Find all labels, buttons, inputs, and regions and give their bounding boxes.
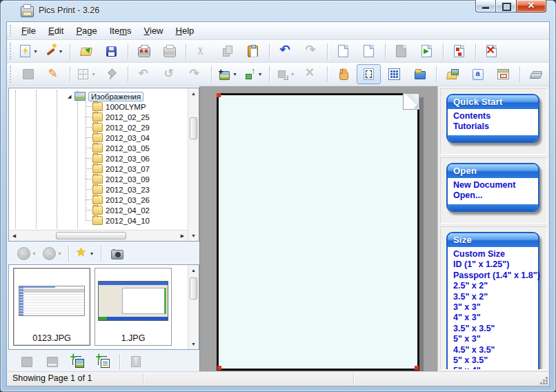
folder-open-button[interactable] [74,41,98,61]
link-custom-size[interactable]: Custom Size [453,249,533,259]
calendar-button[interactable] [491,64,515,84]
scrollbar-thumb[interactable] [56,232,126,239]
edit-toolbar: ▾▾▾▾ [7,63,549,86]
menu-page[interactable]: Page [70,23,103,38]
link-4-5-x-3-5[interactable]: 4.5" x 3.5" [453,345,533,355]
paste-button[interactable] [241,41,265,61]
page-new-button[interactable] [331,41,355,61]
expand-arrow-icon[interactable]: ◢ [68,94,75,99]
resize-grip[interactable] [546,377,548,379]
thumb-grid-icon [388,68,400,80]
link-5-x-4[interactable]: 5" x 4" [453,366,533,370]
menu-edit[interactable]: Edit [42,23,70,38]
dropdown-arrow-icon: ▾ [34,48,37,55]
gray-square-button [549,64,550,84]
link-3-x-3[interactable]: 3" x 3" [453,302,533,313]
resize-button[interactable]: ▾ [241,64,265,84]
link-3-5-x-3-5[interactable]: 3.5" x 3.5" [453,324,533,334]
dropdown-arrow-icon: ▾ [291,71,294,77]
scrollbar-thumb[interactable] [190,117,197,139]
scroll-down-icon[interactable]: ▼ [188,231,199,241]
img-position-button[interactable]: ▾ [215,64,239,84]
add-images-frame-icon [97,355,110,368]
tree-vertical-scrollbar[interactable]: ▲ ▼ [188,88,199,241]
rotate-left-icon [138,68,150,81]
page-play-button[interactable] [415,41,439,61]
scroll-left-icon[interactable]: ◀ [9,231,19,241]
folder-icon [92,206,103,215]
tree-horizontal-scrollbar[interactable]: ◀ ▶ [9,230,188,241]
shape-gray-icon [277,68,289,81]
pencil-button[interactable] [41,64,66,84]
dropdown-arrow-icon: ▾ [233,71,236,77]
star-button[interactable]: ▾ [72,244,97,264]
menu-help[interactable]: Help [170,23,201,38]
link-2-5-x-2[interactable]: 2.5" x 2" [453,281,533,291]
menu-file[interactable]: File [15,23,42,38]
rotate-right-button [183,64,207,84]
page-new2-icon [364,45,374,57]
page-delete-button[interactable] [479,41,504,61]
dropdown-arrow-icon: ▾ [90,251,93,257]
link-id-1-x-1-25[interactable]: ID (1" x 1.25") [453,259,533,270]
client-area: FileEditPageItemsViewHelp ▾▾ ▾▾▾▾ ◢Изобр… [6,21,550,386]
marquee-page-button[interactable] [357,64,381,84]
close-button[interactable] [516,0,546,12]
save-button[interactable] [99,41,123,61]
link-new-document[interactable]: New Document [453,180,533,190]
menu-view[interactable]: View [138,23,170,38]
add-images-frame-button[interactable] [91,352,115,372]
undo-button[interactable] [273,41,297,61]
link-5-x-3[interactable]: 5" x 3" [453,334,533,344]
paste-icon [248,46,258,57]
folder-photo-button[interactable] [440,64,464,84]
scanner-button[interactable] [524,64,548,84]
link-passport-1-4-x-1-8[interactable]: Passport (1.4" x 1.8") [453,271,533,281]
link-tutorials[interactable]: Tutorials [453,121,533,132]
minimize-button[interactable] [475,0,496,12]
page-canvas [199,86,437,372]
folder-image-button[interactable] [408,64,432,84]
add-images-button[interactable] [66,352,90,372]
link-open[interactable]: Open... [453,190,533,201]
document-page[interactable] [217,93,419,371]
link-contents[interactable]: Contents [453,111,533,121]
thumbnail-0123-jpg[interactable]: 0123.JPG [13,268,90,346]
link-4-x-3[interactable]: 4" x 3" [453,313,533,323]
camera-button[interactable] [105,244,129,264]
link-5-x-3-5[interactable]: 5" x 3.5" [453,355,533,366]
title-bar[interactable]: Pics Print - 3.26 [1,1,555,21]
section-open: OpenNew DocumentOpen... [440,157,547,224]
card-title-quick-start: Quick Start [448,95,538,109]
main-toolbar: ▾▾ [7,40,549,63]
print-setup-button[interactable] [132,41,156,61]
wizard-doc-button[interactable]: ▾ [16,41,40,61]
back-icon [17,247,30,260]
copy-icon [221,45,234,57]
text-a-button[interactable] [466,64,490,84]
wizard-doc-icon [20,45,30,57]
thumb-grid-button[interactable] [382,64,406,84]
maximize-button[interactable] [496,0,516,12]
hand-button[interactable] [331,64,355,84]
print-button [157,41,181,61]
page-new2-button[interactable] [357,41,381,61]
magic-wand-button[interactable]: ▾ [41,41,66,61]
page-checks-button[interactable] [447,41,471,61]
section-size: SizeCustom SizeID (1" x 1.25")Passport (… [440,226,547,370]
scrollbar-thumb[interactable] [190,277,197,300]
add-images-icon [72,355,84,368]
folder-image-icon [414,68,426,81]
page-curl-icon[interactable] [403,93,419,110]
link-3-5-x-2[interactable]: 3.5" x 2" [453,292,533,302]
thumbnail-scrollbar[interactable]: ▲ ▼ [188,265,199,349]
status-divider [353,373,354,384]
scroll-right-icon[interactable]: ▶ [177,231,188,241]
folder-icon [92,144,103,153]
scroll-up-icon[interactable]: ▲ [188,265,199,275]
thumbnail-1-jpg[interactable]: 1.JPG [95,268,172,346]
scroll-up-icon[interactable]: ▲ [188,88,199,99]
scroll-down-icon[interactable]: ▼ [188,339,199,349]
menu-items[interactable]: Items [103,23,138,38]
card-title-size: Size [448,233,538,247]
